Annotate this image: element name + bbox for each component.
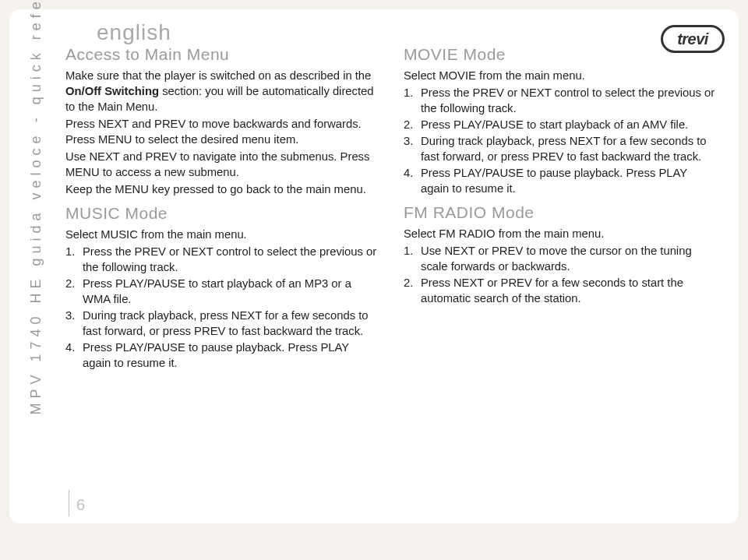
step-number: 2.: [404, 118, 421, 133]
step-number: 2.: [404, 276, 421, 307]
paragraph: Use NEXT and PREV to navigate into the s…: [65, 150, 377, 181]
step-number: 4.: [65, 340, 83, 372]
step-text: Press the PREV or NEXT control to select…: [83, 245, 377, 276]
step-number: 2.: [65, 276, 83, 308]
text-columns: Access to Main Menu Make sure that the p…: [65, 44, 715, 516]
paragraph: Keep the MENU key pressed to go back to …: [65, 182, 377, 198]
step-number: 3.: [404, 134, 421, 165]
sub-instruction: Select MOVIE from the main menu.: [404, 69, 715, 84]
section-title-main-menu: Access to Main Menu: [65, 44, 377, 65]
step-text: During track playback, press NEXT for a …: [83, 308, 377, 340]
paragraph: Make sure that the player is switched on…: [65, 69, 377, 115]
step-text: During track playback, press NEXT for a …: [421, 134, 715, 165]
brand-logo: trevi: [661, 25, 725, 53]
sub-instruction: Select FM RADIO from the main menu.: [404, 227, 715, 242]
step-text: Press PLAY/PAUSE to pause playback. Pres…: [421, 166, 715, 197]
language-heading: english: [97, 20, 715, 45]
step-text: Press PLAY/PAUSE to start playback of an…: [421, 118, 715, 133]
sub-instruction: Select MUSIC from the main menu.: [65, 227, 377, 243]
manual-page: MPV 1740 HE guida veloce - quick referen…: [9, 9, 739, 523]
page-number: 6: [76, 496, 85, 514]
section-title-fm: FM RADIO Mode: [404, 202, 715, 224]
step-number: 4.: [404, 166, 421, 197]
step-text: Use NEXT or PREV to move the cursor on t…: [421, 244, 715, 275]
step-text: Press the PREV or NEXT control to select…: [421, 86, 715, 117]
step-text: Press PLAY/PAUSE to pause playback. Pres…: [83, 340, 377, 372]
step-number: 3.: [65, 308, 83, 340]
step-number: 1.: [404, 244, 421, 275]
text-span: Make sure that the player is switched on…: [65, 69, 371, 82]
step-number: 1.: [404, 86, 421, 117]
paragraph: Press NEXT and PREV to move backwards an…: [65, 117, 377, 148]
step-number: 1.: [65, 245, 83, 276]
steps-list-fm: 1.Use NEXT or PREV to move the cursor on…: [404, 244, 715, 307]
column-left: Access to Main Menu Make sure that the p…: [65, 44, 377, 516]
steps-list-movie: 1.Press the PREV or NEXT control to sele…: [404, 86, 715, 197]
section-title-music: MUSIC Mode: [65, 203, 377, 224]
step-text: Press PLAY/PAUSE to start playback of an…: [83, 276, 377, 308]
steps-list-music: 1.Press the PREV or NEXT control to sele…: [65, 245, 377, 372]
page-content: english Access to Main Menu Make sure th…: [42, 9, 739, 523]
step-text: Press NEXT or PREV for a few seconds to …: [421, 276, 715, 307]
sidebar: MPV 1740 HE guida veloce - quick referen…: [9, 9, 42, 523]
column-right: MOVIE Mode Select MOVIE from the main me…: [404, 44, 715, 516]
sidebar-product-label: MPV 1740 HE guida veloce - quick referen…: [28, 88, 44, 415]
bold-text: On/Off Switching: [65, 85, 159, 97]
